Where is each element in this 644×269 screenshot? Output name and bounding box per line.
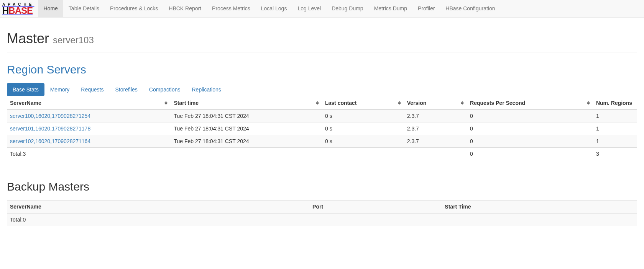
nav-hbck-report[interactable]: HBCK Report bbox=[163, 0, 207, 17]
tab-storefiles[interactable]: Storefiles bbox=[109, 83, 143, 96]
nav-table-details[interactable]: Table Details bbox=[63, 0, 105, 17]
tab-requests[interactable]: Requests bbox=[75, 83, 109, 96]
nav-local-logs[interactable]: Local Logs bbox=[256, 0, 292, 17]
col-bm-start-time: Start Time bbox=[442, 201, 637, 214]
col-servername[interactable]: ServerName bbox=[7, 97, 171, 109]
table-row: server101,16020,1709028271178 Tue Feb 27… bbox=[7, 122, 637, 135]
sort-icon bbox=[587, 101, 590, 105]
sort-icon bbox=[316, 101, 319, 105]
tab-replications[interactable]: Replications bbox=[186, 83, 227, 96]
sort-icon bbox=[398, 101, 401, 105]
nav-metrics-dump[interactable]: Metrics Dump bbox=[369, 0, 412, 17]
nav-procedures-locks[interactable]: Procedures & Locks bbox=[105, 0, 163, 17]
cell-last: 0 s bbox=[322, 135, 404, 148]
nav-process-metrics[interactable]: Process Metrics bbox=[207, 0, 256, 17]
table-total-row: Total:3 0 3 bbox=[7, 148, 637, 160]
region-servers-table: ServerName Start time Last contact Versi… bbox=[7, 97, 637, 160]
page-title: Master server103 bbox=[7, 31, 637, 47]
col-start-time[interactable]: Start time bbox=[171, 97, 322, 109]
cell-last: 0 s bbox=[322, 122, 404, 135]
col-version[interactable]: Version bbox=[404, 97, 467, 109]
cell-total-label: Total:3 bbox=[7, 148, 171, 160]
table-row: server100,16020,1709028271254 Tue Feb 27… bbox=[7, 109, 637, 122]
brand-logo[interactable]: APACHE HBASE bbox=[0, 0, 38, 17]
region-servers-tabs: Base Stats Memory Requests Storefiles Co… bbox=[7, 83, 637, 96]
cell-rps: 0 bbox=[467, 109, 593, 122]
tab-memory[interactable]: Memory bbox=[44, 83, 76, 96]
server-link[interactable]: server101,16020,1709028271178 bbox=[10, 126, 90, 132]
cell-regions: 1 bbox=[593, 109, 637, 122]
top-navbar: APACHE HBASE Home Table Details Procedur… bbox=[0, 0, 644, 18]
backup-masters-heading: Backup Masters bbox=[7, 180, 637, 193]
nav-hbase-configuration[interactable]: HBase Configuration bbox=[440, 0, 500, 17]
cell-start: Tue Feb 27 18:04:31 CST 2024 bbox=[171, 122, 322, 135]
col-rps[interactable]: Requests Per Second bbox=[467, 97, 593, 109]
tab-base-stats[interactable]: Base Stats bbox=[7, 83, 44, 96]
cell-version: 2.3.7 bbox=[404, 135, 467, 148]
divider bbox=[7, 167, 637, 167]
nav-list: Home Table Details Procedures & Locks HB… bbox=[38, 0, 500, 17]
cell-version: 2.3.7 bbox=[404, 109, 467, 122]
page-subtitle: server103 bbox=[53, 35, 94, 45]
cell-version: 2.3.7 bbox=[404, 122, 467, 135]
cell-regions: 1 bbox=[593, 135, 637, 148]
cell-rps: 0 bbox=[467, 122, 593, 135]
sort-icon bbox=[461, 101, 464, 105]
server-link[interactable]: server100,16020,1709028271254 bbox=[10, 113, 90, 119]
col-bm-servername: ServerName bbox=[7, 201, 309, 214]
server-link[interactable]: server102,16020,1709028271164 bbox=[10, 138, 90, 144]
backup-masters-table: ServerName Port Start Time Total:0 bbox=[7, 200, 637, 226]
region-servers-heading[interactable]: Region Servers bbox=[7, 63, 637, 76]
nav-home[interactable]: Home bbox=[38, 0, 63, 17]
table-row: server102,16020,1709028271164 Tue Feb 27… bbox=[7, 135, 637, 148]
cell-rps: 0 bbox=[467, 135, 593, 148]
region-servers-section: Region Servers Base Stats Memory Request… bbox=[7, 63, 637, 160]
nav-debug-dump[interactable]: Debug Dump bbox=[326, 0, 369, 17]
col-bm-port: Port bbox=[309, 201, 442, 214]
cell-start: Tue Feb 27 18:04:31 CST 2024 bbox=[171, 109, 322, 122]
sort-icon bbox=[164, 101, 168, 105]
nav-profiler[interactable]: Profiler bbox=[412, 0, 440, 17]
page-header: Master server103 bbox=[7, 18, 637, 52]
cell-total-regions: 3 bbox=[593, 148, 637, 160]
col-num-regions[interactable]: Num. Regions bbox=[593, 97, 637, 109]
tab-compactions[interactable]: Compactions bbox=[143, 83, 186, 96]
cell-regions: 1 bbox=[593, 122, 637, 135]
col-last-contact[interactable]: Last contact bbox=[322, 97, 404, 109]
cell-total-rps: 0 bbox=[467, 148, 593, 160]
backup-masters-section: Backup Masters ServerName Port Start Tim… bbox=[7, 180, 637, 226]
cell-bm-total-label: Total:0 bbox=[7, 213, 309, 226]
cell-start: Tue Feb 27 18:04:31 CST 2024 bbox=[171, 135, 322, 148]
cell-last: 0 s bbox=[322, 109, 404, 122]
nav-log-level[interactable]: Log Level bbox=[292, 0, 326, 17]
table-total-row: Total:0 bbox=[7, 213, 637, 226]
